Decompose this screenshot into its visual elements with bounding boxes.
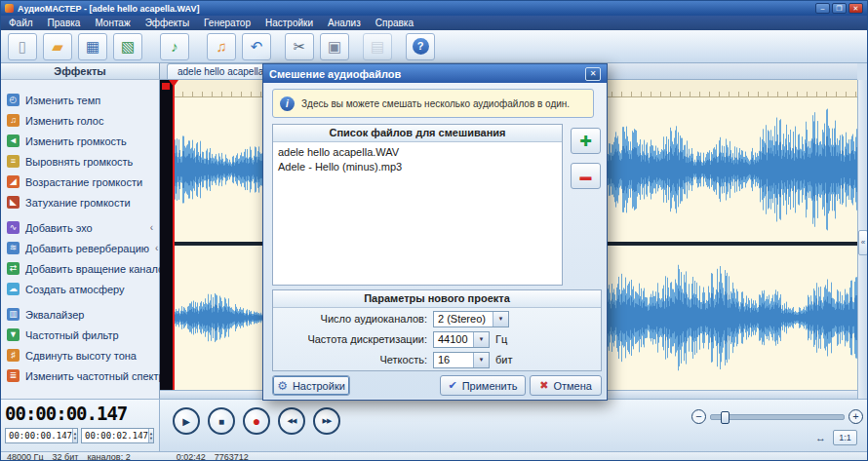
cut-button[interactable]: ✂ [285, 33, 314, 60]
add-file-button[interactable]: ✚ [571, 128, 601, 154]
sidebar-item-add-echo[interactable]: ∿ Добавить эхо ‹ [1, 217, 159, 238]
apply-button[interactable]: ✔ Применить [440, 375, 526, 396]
cancel-button[interactable]: ✖ Отмена [530, 375, 602, 396]
menu-item-edit[interactable]: Правка [48, 18, 81, 28]
channels-select[interactable]: 2 (Stereo) ▼ [433, 311, 509, 327]
close-button[interactable]: ✕ [848, 3, 863, 14]
chevron-down-icon[interactable]: ▼ [473, 353, 489, 367]
menu-item-settings[interactable]: Настройки [265, 18, 313, 28]
menu-item-analysis[interactable]: Анализ [328, 18, 361, 28]
copy-button[interactable]: ▣ [320, 33, 349, 60]
sidebar-item-label: Частотный фильтр [25, 329, 119, 341]
sidebar-item-label: Создать атмосферу [25, 284, 125, 295]
sidebar-item-normalize-volume[interactable]: ≡ Выровнять громкость [1, 151, 159, 172]
bit-depth-unit: бит [495, 354, 512, 365]
sidebar-item-change-tempo[interactable]: ◴ Изменить темп [1, 90, 159, 110]
play-button[interactable]: ▶ [173, 407, 200, 435]
fit-horizontal-icon[interactable]: ↔ [815, 432, 826, 443]
dialog-title: Смешение аудиофайлов [269, 68, 585, 80]
playhead-line[interactable] [173, 85, 175, 390]
selection-end-field[interactable]: 00:00:02.147 ▲ ▼ [81, 428, 154, 443]
file-list-item[interactable]: Adele - Hello (minus).mp3 [278, 160, 557, 174]
chevron-down-icon[interactable]: ▼ [493, 312, 508, 327]
sidebar-item-change-voice[interactable]: ♫ Изменить голос [1, 110, 159, 131]
new-file-button[interactable]: ▯ [8, 33, 37, 60]
spinner[interactable]: ▲ ▼ [72, 429, 77, 442]
menu-item-file[interactable]: Файл [9, 18, 33, 28]
zoom-slider-thumb[interactable] [721, 411, 730, 424]
zoom-ratio-button[interactable]: 1:1 [833, 430, 857, 445]
sound-collection-button[interactable]: ♫ [207, 33, 236, 60]
settings-button-label: Настройки [293, 380, 345, 392]
file-list[interactable]: adele hello acapella.WAV Adele - Hello (… [273, 142, 562, 177]
help-button[interactable]: ? [406, 33, 435, 60]
sidebar-item-fade-out[interactable]: ◣ Затухание громкости [1, 192, 159, 212]
sidebar-item-add-channel-rotation[interactable]: ⇄ Добавить вращение каналов « [1, 258, 159, 279]
stop-icon: ■ [218, 416, 224, 427]
floppy-save-icon: ▦ [86, 39, 99, 54]
record-button[interactable]: ● [243, 407, 270, 435]
spinner[interactable]: ▲ ▼ [148, 429, 153, 442]
window-title: АудиоМАСТЕР - [adele hello acapella.WAV] [18, 4, 815, 14]
pitch-icon: ♯ [7, 349, 20, 362]
panel-collapse-handle[interactable]: « [858, 230, 868, 255]
sidebar-item-label: Добавить вращение каналов [25, 263, 170, 275]
sidebar-item-change-volume[interactable]: ◄ Изменить громкость [1, 131, 159, 151]
burn-disc-button[interactable]: ♪ [160, 33, 189, 60]
minimize-button[interactable]: – [815, 3, 830, 14]
tempo-icon: ◴ [7, 94, 20, 106]
spectrum-icon: ≣ [7, 369, 20, 382]
sidebar-item-label: Изменить громкость [25, 135, 127, 147]
sidebar-item-change-spectrum[interactable]: ≣ Изменить частотный спектр [1, 365, 159, 386]
menu-item-help[interactable]: Справка [375, 18, 414, 28]
sidebar-item-label: Эквалайзер [25, 309, 84, 321]
dialog-close-button[interactable]: ✕ [585, 67, 601, 81]
effects-sidebar: ◴ Изменить темп ♫ Изменить голос ◄ Измен… [1, 80, 160, 399]
undo-button[interactable]: ↶ [242, 33, 271, 60]
spinner-down-icon[interactable]: ▼ [74, 436, 76, 441]
paste-button[interactable]: ▤ [363, 33, 392, 60]
chevron-down-icon[interactable]: ▼ [473, 332, 489, 347]
skip-forward-button[interactable]: ▶▶ [313, 407, 340, 435]
remove-file-button[interactable]: ▬ [571, 163, 601, 189]
sidebar-item-equalizer[interactable]: ▥ Эквалайзер [1, 304, 159, 325]
sidebar-item-fade-in[interactable]: ◢ Возрастание громкости [1, 172, 159, 192]
sidebar-item-label: Изменить голос [25, 115, 103, 127]
status-channels: каналов: 2 [87, 452, 130, 461]
file-list-item[interactable]: adele hello acapella.WAV [278, 145, 557, 160]
x-icon: ✖ [539, 379, 548, 392]
effects-panel-header: Эффекты [1, 63, 160, 80]
save-button[interactable]: ▦ [78, 33, 107, 60]
echo-icon: ∿ [7, 221, 20, 234]
sample-rate-row: Частота дискретизации: 44100 ▼ Гц [273, 329, 601, 349]
sample-rate-select[interactable]: 44100 ▼ [433, 331, 490, 348]
maximize-button[interactable]: ❐ [832, 3, 847, 14]
save-as-button[interactable]: ▧ [113, 33, 142, 60]
settings-button[interactable]: ⚙ Настройки [272, 375, 350, 396]
open-file-button[interactable]: ▰ [43, 33, 72, 60]
channels-row: Число аудиоканалов: 2 (Stereo) ▼ [273, 309, 601, 328]
menu-item-effects[interactable]: Эффекты [145, 18, 189, 28]
dialog-titlebar[interactable]: Смешение аудиофайлов ✕ [263, 64, 607, 83]
help-icon: ? [413, 38, 429, 55]
stop-button[interactable]: ■ [208, 407, 235, 435]
normalize-icon: ≡ [7, 155, 20, 168]
zoom-in-button[interactable]: + [848, 409, 863, 424]
zoom-slider-track[interactable] [710, 414, 845, 420]
sidebar-item-pitch-shift[interactable]: ♯ Сдвинуть высоту тона [1, 345, 159, 365]
selection-start-field[interactable]: 00:00:00.147 ▲ ▼ [5, 428, 78, 443]
menu-item-montage[interactable]: Монтаж [95, 18, 130, 28]
skip-back-button[interactable]: ◀◀ [278, 407, 305, 435]
bit-depth-select[interactable]: 16 ▼ [433, 352, 490, 368]
sidebar-item-frequency-filter[interactable]: ▼ Частотный фильтр [1, 325, 159, 345]
paste-clipboard-icon: ▤ [371, 39, 384, 54]
menu-item-generator[interactable]: Генератор [204, 18, 251, 28]
frequency-filter-icon: ▼ [7, 328, 20, 341]
zoom-out-button[interactable]: − [691, 409, 706, 424]
spinner-down-icon[interactable]: ▼ [150, 436, 152, 441]
selection-start-value: 00:00:00.147 [9, 431, 72, 441]
sidebar-item-create-atmosphere[interactable]: ☁ Создать атмосферу [1, 279, 159, 299]
sidebar-item-add-reverb[interactable]: ≋ Добавить реверберацию ‹ [1, 238, 159, 258]
equalizer-icon: ▥ [7, 308, 20, 321]
sidebar-item-label: Изменить частотный спектр [25, 370, 165, 382]
